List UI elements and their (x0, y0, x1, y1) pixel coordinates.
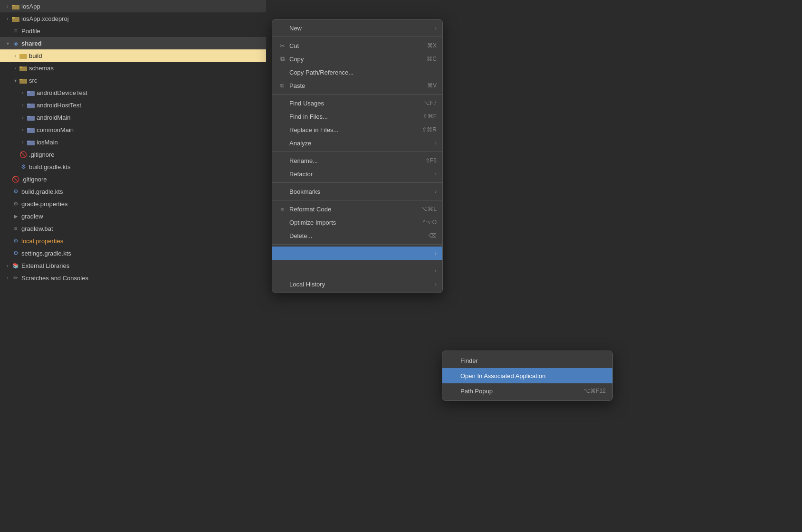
folder-icon-build (19, 52, 28, 59)
tree-item-scratches[interactable]: ✏ Scratches and Consoles (0, 272, 266, 284)
props-icon-local: ⚙ (11, 237, 20, 245)
tree-item-gradle-props[interactable]: ⚙ gradle.properties (0, 198, 266, 210)
bookmarks-arrow: › (435, 189, 437, 194)
menu-item-rename[interactable]: Rename... ⇧F6 (272, 154, 442, 167)
tree-item-gitignore-root[interactable]: 🚫 .gitignore (0, 173, 266, 185)
tree-item-schemas[interactable]: schemas (0, 62, 266, 74)
libs-icon: 📚 (11, 262, 20, 269)
tree-item-gradlew-bat[interactable]: ≡ gradlew.bat (0, 222, 266, 235)
tree-item-external-libs[interactable]: 📚 External Libraries (0, 259, 266, 272)
menu-item-delete[interactable]: Delete... ⌫ (272, 229, 442, 242)
file-tree: iosApp iosApp.xcodeproj ≡ Podfile ◈ shar… (0, 0, 266, 532)
chevron-iosApp (4, 2, 11, 10)
tree-item-iosMain[interactable]: iosMain (0, 136, 266, 148)
gradle-icon-root: ⚙ (11, 188, 20, 195)
menu-item-analyze[interactable]: Analyze › (272, 136, 442, 150)
menu-item-replace-files[interactable]: Replace in Files... ⇧⌘R (272, 123, 442, 136)
tree-label-androidDeviceTest: androidDeviceTest (37, 89, 266, 96)
menu-label-bookmarks: Bookmarks (289, 188, 431, 195)
submenu-item-open-associated[interactable]: Open In Associated Application (442, 368, 612, 383)
tree-item-build[interactable]: build (0, 49, 266, 62)
tree-label-shared: shared (21, 40, 266, 47)
menu-item-optimize[interactable]: Optimize Imports ^⌥O (272, 216, 442, 229)
menu-item-open-in[interactable]: › (272, 247, 442, 260)
menu-label-new: New (289, 25, 431, 32)
submenu-label-path-popup: Path Popup (460, 388, 583, 395)
menu-item-paste[interactable]: ⧉ Paste ⌘V (272, 79, 442, 92)
tree-label-gradlew: gradlew (21, 213, 266, 220)
git-arrow: › (435, 281, 437, 287)
tree-item-androidMain[interactable]: androidMain (0, 111, 266, 124)
menu-item-new[interactable]: New › (272, 21, 442, 35)
replace-files-icon (278, 125, 286, 134)
menu-item-find-usages[interactable]: Find Usages ⌥F7 (272, 96, 442, 110)
tree-item-build-gradle-root[interactable]: ⚙ build.gradle.kts (0, 185, 266, 198)
folder-icon-iosApp-xcodeproj (11, 15, 20, 22)
copy-shortcut: ⌘C (427, 56, 437, 62)
tree-item-iosApp[interactable]: iosApp (0, 0, 266, 12)
svg-rect-13 (27, 104, 30, 105)
tree-item-src[interactable]: src (0, 74, 266, 86)
separator-5 (272, 200, 442, 200)
menu-label-paste: Paste (289, 82, 427, 89)
tree-item-Podfile[interactable]: ≡ Podfile (0, 25, 266, 37)
tree-item-gitignore-shared[interactable]: 🚫 .gitignore (0, 148, 266, 161)
menu-item-local-history[interactable]: › (272, 264, 442, 277)
open-in-submenu: Finder Open In Associated Application Pa… (442, 351, 613, 401)
svg-rect-1 (12, 5, 15, 6)
path-popup-icon (449, 387, 458, 395)
menu-item-find-files[interactable]: Find in Files... ⇧⌘F (272, 110, 442, 123)
copy-icon: ⧉ (278, 55, 286, 63)
module-icon-shared: ◈ (11, 39, 20, 47)
file-icon-gradlew-bat: ≡ (11, 225, 20, 232)
folder-icon-schemas (19, 64, 28, 72)
replace-files-shortcut: ⇧⌘R (422, 126, 437, 133)
tree-label-iosMain: iosMain (37, 139, 266, 146)
paste-shortcut: ⌘V (427, 82, 437, 89)
submenu-item-path-popup[interactable]: Path Popup ⌥⌘F12 (442, 383, 612, 399)
tree-label-build: build (29, 52, 266, 59)
tree-item-iosApp-xcodeproj[interactable]: iosApp.xcodeproj (0, 12, 266, 25)
menu-label-git: Local History (289, 281, 431, 288)
tree-label-gradle-props: gradle.properties (21, 200, 266, 208)
exec-icon: ▶ (11, 212, 20, 220)
separator-1 (272, 37, 442, 37)
refactor-icon (278, 170, 286, 178)
module-folder-icon-iosMain (27, 138, 35, 146)
menu-item-bookmarks[interactable]: Bookmarks › (272, 185, 442, 198)
reformat-icon: ≡ (278, 205, 286, 213)
menu-item-cut[interactable]: ✂ Cut ⌘X (272, 39, 442, 52)
menu-item-copy[interactable]: ⧉ Copy ⌘C (272, 52, 442, 66)
menu-label-delete: Delete... (289, 232, 429, 239)
tree-item-androidDeviceTest[interactable]: androidDeviceTest (0, 86, 266, 99)
chevron-schemas (11, 64, 19, 72)
delete-icon (278, 231, 286, 240)
copy-path-icon (278, 68, 286, 76)
tree-item-commonMain[interactable]: commonMain (0, 124, 266, 136)
submenu-item-finder[interactable]: Finder (442, 353, 612, 368)
tree-item-build-gradle-shared[interactable]: ⚙ build.gradle.kts (0, 161, 266, 173)
tree-item-local-props[interactable]: ⚙ local.properties (0, 235, 266, 247)
menu-item-git[interactable]: Local History › (272, 277, 442, 291)
find-usages-icon (278, 99, 286, 107)
tree-item-gradlew[interactable]: ▶ gradlew (0, 210, 266, 222)
paste-icon: ⧉ (278, 81, 286, 90)
tree-label-build-gradle-root: build.gradle.kts (21, 188, 266, 195)
menu-item-refactor[interactable]: Refactor › (272, 167, 442, 180)
menu-label-reformat: Reformat Code (289, 206, 421, 213)
menu-item-copy-path[interactable]: Copy Path/Reference... (272, 66, 442, 79)
tree-item-shared[interactable]: ◈ shared (0, 37, 266, 49)
refactor-arrow: › (435, 171, 437, 177)
tree-item-androidHostTest[interactable]: androidHostTest (0, 99, 266, 111)
svg-rect-15 (27, 116, 30, 117)
tree-item-settings-gradle[interactable]: ⚙ settings.gradle.kts (0, 247, 266, 259)
chevron-iosApp-xcodeproj (4, 15, 11, 22)
new-icon (278, 24, 286, 32)
file-icon-Podfile: ≡ (11, 27, 20, 35)
tree-label-commonMain: commonMain (37, 126, 266, 133)
open-in-arrow: › (435, 250, 437, 256)
menu-label-refactor: Refactor (289, 171, 431, 178)
menu-label-rename: Rename... (289, 157, 425, 164)
delete-shortcut: ⌫ (429, 232, 437, 239)
menu-item-reformat[interactable]: ≡ Reformat Code ⌥⌘L (272, 202, 442, 216)
